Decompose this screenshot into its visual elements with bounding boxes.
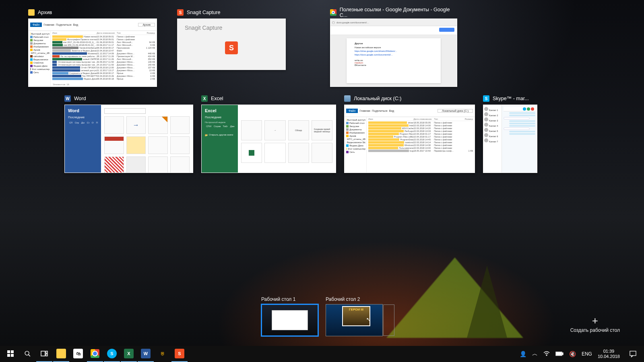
taskbar: 🛍 S X W ⛨ S 👤 ︿ 🔇 ENG 01:39 10.04.2018 — [0, 346, 644, 362]
svg-rect-12 — [556, 352, 561, 355]
taskbar-app-word[interactable]: W — [138, 346, 154, 362]
file-row: Оптимизация системы выгрузки тов...26.09… — [52, 60, 155, 63]
file-row: Intel22.03.2018 14:00Папка с файлами — [368, 124, 473, 127]
plus-icon: + — [570, 315, 620, 326]
svg-rect-1 — [11, 350, 14, 353]
word-search — [104, 108, 146, 114]
file-row: Тип ПРОЕКТТ03.03.2018 15:26Документ Micr… — [52, 74, 155, 77]
window-title: Локальный диск (C:) — [354, 96, 401, 101]
explorer-nav-item: Изображения — [345, 131, 365, 134]
virtual-desktop-2[interactable]: Рабочий стол 2 ГЕРОИ III ↖ — [326, 296, 383, 336]
file-row: YandexDiskSetup08.04.2018 00:17Приложени… — [52, 46, 155, 49]
window-title: Skype™ - mar... — [493, 96, 529, 101]
window-word[interactable]: W Word Word Последние СПИСОКСправочникДо… — [64, 94, 193, 173]
task-view: Архив Файл Главная Поделиться Вид Архив … — [0, 0, 644, 346]
action-center-button[interactable] — [625, 346, 640, 362]
task-view-button[interactable] — [36, 346, 52, 362]
explorer-nav-item: Загрузки — [345, 125, 365, 128]
svg-point-4 — [25, 351, 29, 355]
explorer-nav-item: Этот компьютер — [29, 68, 50, 71]
explorer-file-menu: Файл — [30, 23, 42, 27]
explorer-nav-item: calculator — [29, 55, 50, 58]
explorer-nav-item: Видеозаписи Skype — [345, 141, 365, 144]
volume-icon[interactable]: 🔇 — [569, 351, 576, 357]
svg-rect-0 — [7, 350, 10, 353]
taskbar-app-store[interactable]: 🛍 — [70, 346, 86, 362]
explorer-nav-item: Яндекс.Диск — [29, 64, 50, 68]
svg-rect-8 — [46, 354, 47, 356]
snagit-logo-icon: S — [225, 41, 238, 54]
window-excel[interactable]: X Excel Excel Последние На прошлой недел… — [201, 94, 336, 173]
explorer-nav-item: Рабочий стол — [29, 35, 50, 39]
file-row: driver18.05.2018 05:05Папка с файлами — [368, 121, 473, 124]
explorer-nav-item: Загрузки — [29, 39, 50, 42]
taskbar-app-explorer[interactable] — [53, 346, 69, 362]
battery-icon[interactable] — [555, 351, 564, 357]
tray-chevron-icon[interactable]: ︿ — [532, 350, 538, 358]
file-row: сетевой доступ21.12.2017 13:17Документ M… — [52, 69, 155, 72]
snagit-heading: Snagit Capture — [178, 19, 285, 31]
window-title: Полезные ссылки - Google Документы - Goo… — [340, 7, 457, 18]
docs-share-button — [439, 28, 454, 32]
explorer-nav-item: Архив — [345, 134, 365, 138]
desktop-drop-target[interactable] — [383, 304, 394, 336]
game-window-thumb: ГЕРОИ III — [342, 306, 370, 326]
window-snagit[interactable]: S Snagit Capture Snagit Capture S — [177, 8, 286, 87]
svg-point-9 — [546, 355, 547, 356]
explorer-nav-item: Быстрый доступ — [29, 32, 50, 35]
explorer-nav-item: MTC_отчеты_280 — [29, 51, 50, 55]
file-row: stat 659_01-06-2018-09-01-02_...04.06.20… — [52, 43, 155, 46]
file-row: MSOCache22.03.2018 14:20Папка с файлами — [368, 127, 473, 130]
file-row: totalcmd22.03.2018 14:14Папка с файлами — [368, 141, 473, 144]
skype-icon: S — [483, 95, 489, 102]
file-row: Фотографии Проекта плитка10.04.2018 09:0… — [52, 38, 155, 41]
file-row: Мозаика21.12.2017 14:09Документ Micro...… — [52, 52, 155, 55]
window-title: Excel — [211, 96, 223, 101]
file-row: Заметка в Яндекс Диске10.04.2018 10:47Фа… — [52, 49, 155, 52]
taskbar-app-chrome[interactable] — [87, 346, 103, 362]
people-icon[interactable]: 👤 — [520, 351, 526, 357]
language-indicator[interactable]: ENG — [582, 351, 592, 357]
file-row: Яндекс.Диск08.04.2018 00:18Ярлык2 КБ — [52, 77, 155, 80]
file-row: stat 2017_01-06-2018-02-02_6_...01.06.20… — [52, 41, 155, 43]
explorer-nav-item: Этот компьютер — [345, 147, 365, 150]
explorer-nav-item: Изображения — [29, 45, 50, 48]
explorer-nav-item: Архив — [29, 48, 50, 51]
snagit-icon: S — [177, 9, 184, 16]
explorer-nav-item: Документы — [345, 128, 365, 131]
taskbar-clock[interactable]: 01:39 10.04.2018 — [598, 349, 620, 359]
file-row: bug18.05.2017 10:50Параметры конф...1 КБ — [368, 149, 473, 152]
folder-icon — [28, 9, 35, 16]
explorer-nav-item: Сеть — [345, 150, 365, 154]
window-chrome[interactable]: Полезные ссылки - Google Документы - Goo… — [330, 8, 457, 87]
file-row: новый СМПР28.12.2017 11:26Лист Microsoft… — [52, 58, 155, 60]
svg-rect-13 — [630, 351, 636, 356]
taskbar-app-excel[interactable]: X — [121, 346, 137, 362]
search-button[interactable] — [19, 346, 35, 362]
wifi-icon[interactable] — [543, 351, 550, 357]
taskbar-app-skype[interactable]: S — [104, 346, 120, 362]
window-skype[interactable]: S Skype™ - mar... Контакт 1Контакт 2Конт… — [483, 94, 537, 173]
file-row: Пользователи22.03.2018 13:40Папка с файл… — [368, 146, 473, 149]
virtual-desktop-1[interactable]: Рабочий стол 1 — [261, 296, 318, 336]
svg-rect-2 — [7, 354, 10, 357]
taskbar-app-shield[interactable]: ⛨ — [155, 346, 171, 362]
window-local-disk[interactable]: Локальный диск (C:) ФайлГлавнаяПоделитьс… — [344, 94, 475, 173]
start-button[interactable] — [2, 346, 19, 362]
file-row: Оптимизация системы выгрузки тов...24.10… — [52, 63, 155, 66]
new-desktop-button[interactable]: + Создать рабочий стол — [570, 315, 620, 333]
explorer-nav-item: Сеть — [29, 71, 50, 74]
svg-rect-7 — [46, 351, 47, 353]
file-row: Новая папка10.04.2018 09:01Папка с файла… — [52, 35, 155, 38]
window-archive[interactable]: Архив Файл Главная Поделиться Вид Архив … — [28, 8, 157, 87]
window-title: Snagit Capture — [187, 10, 220, 15]
file-row: На тестирование по теме работы...28.12.2… — [52, 55, 155, 58]
chrome-icon — [330, 9, 336, 16]
explorer-nav-item: Рабочий стол — [345, 121, 365, 125]
explorer-nav-item: Документы — [29, 42, 50, 45]
file-row: Program Files10.04.2018 01:17Папка с фай… — [368, 132, 473, 135]
svg-line-5 — [28, 354, 30, 356]
window-title: Word — [74, 96, 86, 101]
taskbar-app-snagit[interactable]: S — [171, 346, 188, 362]
explorer-nav-item: Яндекс.Диск — [345, 144, 365, 147]
